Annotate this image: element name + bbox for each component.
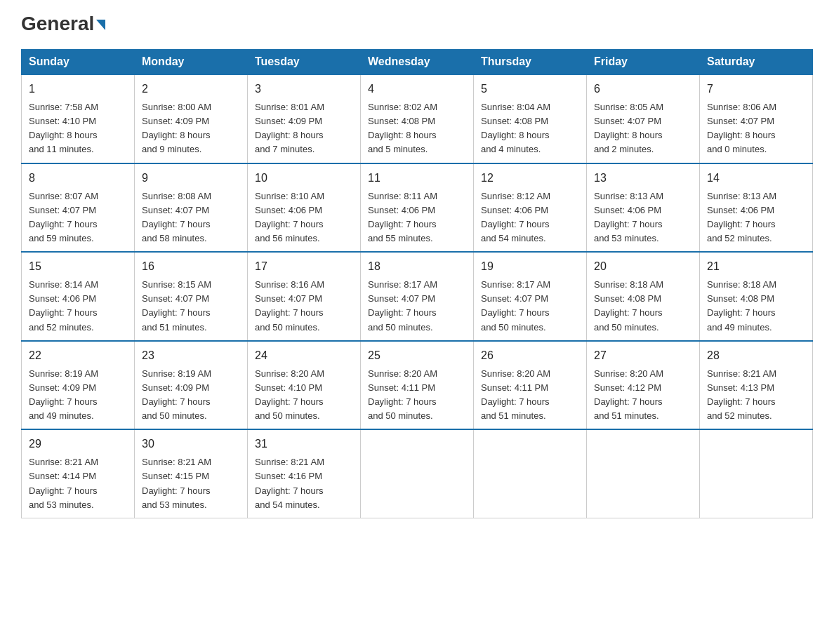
day-info: Sunrise: 8:05 AM Sunset: 4:07 PM Dayligh… <box>594 100 692 157</box>
calendar-body: 1Sunrise: 7:58 AM Sunset: 4:10 PM Daylig… <box>22 74 813 518</box>
day-number: 31 <box>255 436 353 452</box>
day-number: 16 <box>142 258 240 275</box>
day-number: 26 <box>481 347 579 364</box>
calendar-cell: 25Sunrise: 8:20 AM Sunset: 4:11 PM Dayli… <box>361 341 474 430</box>
col-tuesday: Tuesday <box>248 50 361 75</box>
week-row-2: 8Sunrise: 8:07 AM Sunset: 4:07 PM Daylig… <box>22 163 813 253</box>
calendar-cell: 10Sunrise: 8:10 AM Sunset: 4:06 PM Dayli… <box>248 163 361 253</box>
day-info: Sunrise: 8:21 AM Sunset: 4:15 PM Dayligh… <box>142 455 240 512</box>
calendar-cell: 11Sunrise: 8:11 AM Sunset: 4:06 PM Dayli… <box>361 163 474 253</box>
day-number: 6 <box>594 81 692 98</box>
day-number: 10 <box>255 170 353 187</box>
day-info: Sunrise: 8:00 AM Sunset: 4:09 PM Dayligh… <box>142 100 240 157</box>
calendar-cell <box>587 429 700 518</box>
calendar-cell: 18Sunrise: 8:17 AM Sunset: 4:07 PM Dayli… <box>361 252 474 341</box>
day-number: 27 <box>594 347 692 364</box>
day-number: 3 <box>255 81 353 98</box>
week-row-3: 15Sunrise: 8:14 AM Sunset: 4:06 PM Dayli… <box>22 252 813 341</box>
day-info: Sunrise: 8:20 AM Sunset: 4:10 PM Dayligh… <box>255 367 353 424</box>
day-info: Sunrise: 8:04 AM Sunset: 4:08 PM Dayligh… <box>481 100 579 157</box>
calendar-cell: 19Sunrise: 8:17 AM Sunset: 4:07 PM Dayli… <box>474 252 587 341</box>
day-number: 2 <box>142 81 240 98</box>
calendar-cell: 22Sunrise: 8:19 AM Sunset: 4:09 PM Dayli… <box>22 341 135 430</box>
logo-text: General <box>21 14 105 34</box>
day-info: Sunrise: 8:02 AM Sunset: 4:08 PM Dayligh… <box>368 100 466 157</box>
day-info: Sunrise: 8:21 AM Sunset: 4:13 PM Dayligh… <box>707 367 805 424</box>
day-number: 17 <box>255 258 353 275</box>
day-number: 15 <box>29 258 127 275</box>
calendar-cell: 3Sunrise: 8:01 AM Sunset: 4:09 PM Daylig… <box>248 74 361 163</box>
day-number: 23 <box>142 347 240 364</box>
day-info: Sunrise: 8:20 AM Sunset: 4:11 PM Dayligh… <box>481 367 579 424</box>
calendar-cell: 4Sunrise: 8:02 AM Sunset: 4:08 PM Daylig… <box>361 74 474 163</box>
day-number: 19 <box>481 258 579 275</box>
day-info: Sunrise: 8:17 AM Sunset: 4:07 PM Dayligh… <box>481 278 579 335</box>
logo: General <box>21 14 105 35</box>
day-info: Sunrise: 8:21 AM Sunset: 4:14 PM Dayligh… <box>29 455 127 512</box>
header: General <box>21 14 813 35</box>
calendar-cell: 26Sunrise: 8:20 AM Sunset: 4:11 PM Dayli… <box>474 341 587 430</box>
day-info: Sunrise: 8:11 AM Sunset: 4:06 PM Dayligh… <box>368 189 466 246</box>
calendar-table: Sunday Monday Tuesday Wednesday Thursday… <box>21 49 813 518</box>
day-number: 20 <box>594 258 692 275</box>
calendar-cell <box>474 429 587 518</box>
day-info: Sunrise: 8:16 AM Sunset: 4:07 PM Dayligh… <box>255 278 353 335</box>
day-info: Sunrise: 8:17 AM Sunset: 4:07 PM Dayligh… <box>368 278 466 335</box>
day-info: Sunrise: 8:19 AM Sunset: 4:09 PM Dayligh… <box>142 367 240 424</box>
calendar-cell: 6Sunrise: 8:05 AM Sunset: 4:07 PM Daylig… <box>587 74 700 163</box>
header-row: Sunday Monday Tuesday Wednesday Thursday… <box>22 50 813 75</box>
day-number: 29 <box>29 436 127 452</box>
calendar-cell: 29Sunrise: 8:21 AM Sunset: 4:14 PM Dayli… <box>22 429 135 518</box>
calendar-cell: 21Sunrise: 8:18 AM Sunset: 4:08 PM Dayli… <box>700 252 813 341</box>
day-number: 9 <box>142 170 240 187</box>
calendar-cell: 20Sunrise: 8:18 AM Sunset: 4:08 PM Dayli… <box>587 252 700 341</box>
calendar-cell: 13Sunrise: 8:13 AM Sunset: 4:06 PM Dayli… <box>587 163 700 253</box>
col-monday: Monday <box>135 50 248 75</box>
calendar-cell: 14Sunrise: 8:13 AM Sunset: 4:06 PM Dayli… <box>700 163 813 253</box>
calendar-cell: 15Sunrise: 8:14 AM Sunset: 4:06 PM Dayli… <box>22 252 135 341</box>
day-number: 18 <box>368 258 466 275</box>
day-info: Sunrise: 8:10 AM Sunset: 4:06 PM Dayligh… <box>255 189 353 246</box>
calendar-cell: 12Sunrise: 8:12 AM Sunset: 4:06 PM Dayli… <box>474 163 587 253</box>
day-number: 13 <box>594 170 692 187</box>
day-info: Sunrise: 7:58 AM Sunset: 4:10 PM Dayligh… <box>29 100 127 157</box>
calendar-cell <box>361 429 474 518</box>
calendar-cell: 31Sunrise: 8:21 AM Sunset: 4:16 PM Dayli… <box>248 429 361 518</box>
calendar-cell: 28Sunrise: 8:21 AM Sunset: 4:13 PM Dayli… <box>700 341 813 430</box>
calendar-cell: 9Sunrise: 8:08 AM Sunset: 4:07 PM Daylig… <box>135 163 248 253</box>
calendar-cell: 5Sunrise: 8:04 AM Sunset: 4:08 PM Daylig… <box>474 74 587 163</box>
col-friday: Friday <box>587 50 700 75</box>
calendar-cell: 16Sunrise: 8:15 AM Sunset: 4:07 PM Dayli… <box>135 252 248 341</box>
day-number: 5 <box>481 81 579 98</box>
day-info: Sunrise: 8:20 AM Sunset: 4:11 PM Dayligh… <box>368 367 466 424</box>
calendar-cell: 30Sunrise: 8:21 AM Sunset: 4:15 PM Dayli… <box>135 429 248 518</box>
day-info: Sunrise: 8:12 AM Sunset: 4:06 PM Dayligh… <box>481 189 579 246</box>
col-wednesday: Wednesday <box>361 50 474 75</box>
calendar-cell <box>700 429 813 518</box>
day-info: Sunrise: 8:21 AM Sunset: 4:16 PM Dayligh… <box>255 455 353 512</box>
calendar-cell: 24Sunrise: 8:20 AM Sunset: 4:10 PM Dayli… <box>248 341 361 430</box>
day-number: 21 <box>707 258 805 275</box>
day-info: Sunrise: 8:08 AM Sunset: 4:07 PM Dayligh… <box>142 189 240 246</box>
day-info: Sunrise: 8:13 AM Sunset: 4:06 PM Dayligh… <box>594 189 692 246</box>
day-number: 4 <box>368 81 466 98</box>
day-number: 12 <box>481 170 579 187</box>
day-number: 25 <box>368 347 466 364</box>
day-info: Sunrise: 8:19 AM Sunset: 4:09 PM Dayligh… <box>29 367 127 424</box>
day-info: Sunrise: 8:06 AM Sunset: 4:07 PM Dayligh… <box>707 100 805 157</box>
calendar-cell: 23Sunrise: 8:19 AM Sunset: 4:09 PM Dayli… <box>135 341 248 430</box>
day-info: Sunrise: 8:18 AM Sunset: 4:08 PM Dayligh… <box>594 278 692 335</box>
day-info: Sunrise: 8:20 AM Sunset: 4:12 PM Dayligh… <box>594 367 692 424</box>
day-number: 30 <box>142 436 240 452</box>
day-number: 22 <box>29 347 127 364</box>
calendar-cell: 27Sunrise: 8:20 AM Sunset: 4:12 PM Dayli… <box>587 341 700 430</box>
day-number: 11 <box>368 170 466 187</box>
calendar-cell: 17Sunrise: 8:16 AM Sunset: 4:07 PM Dayli… <box>248 252 361 341</box>
day-number: 7 <box>707 81 805 98</box>
day-info: Sunrise: 8:01 AM Sunset: 4:09 PM Dayligh… <box>255 100 353 157</box>
day-number: 28 <box>707 347 805 364</box>
day-info: Sunrise: 8:15 AM Sunset: 4:07 PM Dayligh… <box>142 278 240 335</box>
week-row-5: 29Sunrise: 8:21 AM Sunset: 4:14 PM Dayli… <box>22 429 813 518</box>
day-info: Sunrise: 8:18 AM Sunset: 4:08 PM Dayligh… <box>707 278 805 335</box>
day-number: 14 <box>707 170 805 187</box>
